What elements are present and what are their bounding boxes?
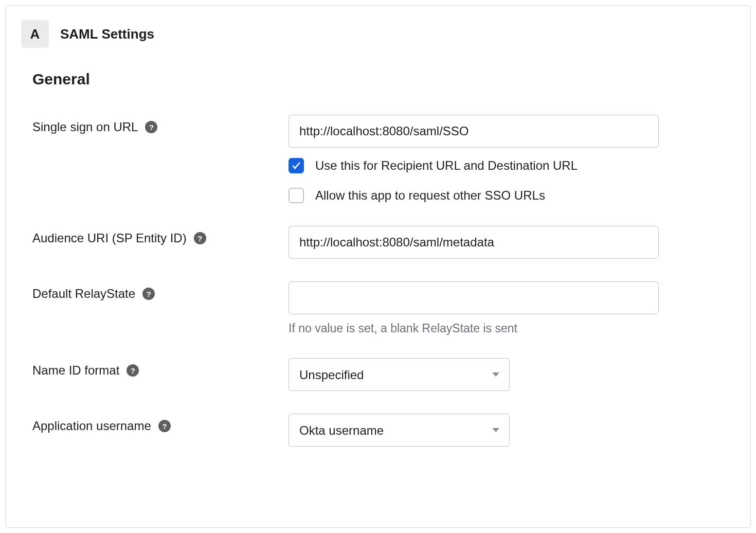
step-badge: A — [21, 20, 49, 48]
panel-title: SAML Settings — [60, 26, 154, 42]
label-text: Application username — [32, 419, 151, 433]
help-icon[interactable]: ? — [194, 232, 206, 244]
field-col — [289, 226, 659, 259]
relay-state-input[interactable] — [289, 281, 659, 314]
label-sso-url: Single sign on URL ? — [32, 115, 289, 134]
audience-uri-input[interactable] — [289, 226, 659, 259]
label-audience-uri: Audience URI (SP Entity ID) ? — [32, 226, 289, 245]
row-name-id-format: Name ID format ? Unspecified — [21, 358, 735, 391]
checkbox-allow-other-sso[interactable] — [289, 188, 304, 203]
field-col: Use this for Recipient URL and Destinati… — [289, 115, 659, 203]
field-col: Unspecified — [289, 358, 659, 391]
checkbox-use-recipient-destination[interactable] — [289, 158, 304, 173]
label-text: Default RelayState — [32, 287, 135, 301]
row-sso-url: Single sign on URL ? Use this for Recipi… — [21, 115, 735, 203]
row-relay-state: Default RelayState ? If no value is set,… — [21, 281, 735, 335]
row-app-username: Application username ? Okta username — [21, 414, 735, 447]
saml-settings-panel: A SAML Settings General Single sign on U… — [5, 5, 751, 528]
section-title-general: General — [32, 70, 735, 88]
field-col: Okta username — [289, 414, 659, 447]
row-audience-uri: Audience URI (SP Entity ID) ? — [21, 226, 735, 259]
label-text: Name ID format — [32, 363, 119, 378]
checkbox-row-recipient-destination: Use this for Recipient URL and Destinati… — [289, 158, 659, 173]
name-id-format-select[interactable]: Unspecified — [289, 358, 510, 391]
label-relay-state: Default RelayState ? — [32, 281, 289, 301]
label-text: Single sign on URL — [32, 120, 138, 134]
label-name-id-format: Name ID format ? — [32, 358, 289, 378]
sso-url-input[interactable] — [289, 115, 659, 148]
help-icon[interactable]: ? — [127, 364, 139, 377]
app-username-select[interactable]: Okta username — [289, 414, 510, 447]
relay-state-hint: If no value is set, a blank RelayState i… — [289, 322, 659, 335]
help-icon[interactable]: ? — [145, 121, 157, 133]
checkbox-label: Use this for Recipient URL and Destinati… — [315, 158, 578, 173]
checkbox-row-allow-other-sso: Allow this app to request other SSO URLs — [289, 188, 659, 203]
help-icon[interactable]: ? — [158, 420, 171, 432]
checkbox-label: Allow this app to request other SSO URLs — [315, 188, 545, 203]
help-icon[interactable]: ? — [142, 288, 155, 300]
panel-header: A SAML Settings — [21, 20, 735, 48]
select-wrap: Okta username — [289, 414, 510, 447]
label-text: Audience URI (SP Entity ID) — [32, 231, 187, 245]
select-wrap: Unspecified — [289, 358, 510, 391]
field-col: If no value is set, a blank RelayState i… — [289, 281, 659, 335]
label-app-username: Application username ? — [32, 414, 289, 433]
